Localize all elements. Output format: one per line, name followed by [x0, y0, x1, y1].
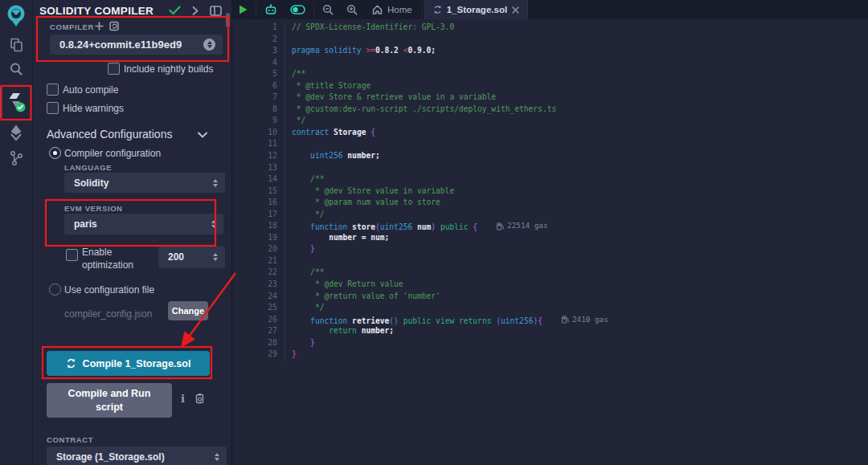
code-editor[interactable]: 1// SPDX-License-Identifier: GPL-3.023pr…	[232, 19, 868, 465]
evm-version-select[interactable]: paris	[64, 214, 223, 235]
tab-bar: Home 1_Storage.sol	[232, 0, 868, 19]
code-line[interactable]: 21	[232, 255, 868, 267]
code-text: /**	[285, 173, 868, 186]
code-text: pragma solidity >=0.8.2 <0.9.0;	[285, 45, 868, 57]
hide-warnings-checkbox[interactable]	[47, 102, 59, 114]
divider	[313, 2, 314, 17]
code-line[interactable]: 11	[232, 138, 868, 150]
info-icon[interactable]: i	[181, 393, 185, 405]
code-text: return number;	[285, 325, 868, 337]
code-line[interactable]: 5/**	[232, 68, 868, 80]
code-text: function store(uint256 num) public {2251…	[285, 220, 868, 232]
line-number: 24	[232, 291, 285, 303]
code-line[interactable]: 3pragma solidity >=0.8.2 <0.9.0;	[232, 45, 868, 57]
code-line[interactable]: 25 */	[232, 302, 868, 314]
optimization-runs-value: 200	[168, 251, 213, 263]
code-line[interactable]: 12 uint256 number;	[232, 150, 868, 162]
code-line[interactable]: 27 return number;	[232, 325, 868, 337]
line-number: 17	[232, 209, 285, 221]
code-line[interactable]: 17 */	[232, 209, 868, 221]
code-line[interactable]: 26 function retrieve() public view retur…	[232, 314, 868, 326]
line-number: 29	[232, 349, 285, 361]
code-line[interactable]: 16 * @param num value to store	[232, 197, 868, 209]
use-config-file-radio[interactable]	[49, 283, 61, 296]
auto-compile-checkbox[interactable]	[47, 84, 59, 96]
remix-ide-window: SOLIDITY COMPILER COMPILER 0.8.24+commit…	[0, 0, 868, 465]
code-line[interactable]: 14 /**	[232, 173, 868, 186]
panel-scrollbar[interactable]	[226, 13, 230, 27]
code-line[interactable]: 15 * @dev Store value in variable	[232, 186, 868, 198]
panel-layout-icon[interactable]	[210, 6, 222, 16]
zoom-out-button[interactable]	[316, 0, 340, 19]
code-text: }	[285, 337, 868, 349]
code-line[interactable]: 8 * @custom:dev-run-script ./scripts/dep…	[232, 104, 868, 116]
gas-estimate-badge: 2410 gas	[562, 314, 608, 326]
remix-logo-icon[interactable]	[0, 3, 32, 29]
code-line[interactable]: 1// SPDX-License-Identifier: GPL-3.0	[232, 22, 868, 34]
contract-section-label: CONTRACT	[47, 435, 93, 444]
run-script-button[interactable]	[232, 0, 254, 19]
code-text: */	[285, 302, 868, 314]
auto-compile-label: Auto compile	[63, 84, 118, 96]
hide-warnings-label: Hide warnings	[63, 103, 124, 114]
file-explorer-icon[interactable]	[0, 34, 32, 56]
search-icon[interactable]	[0, 59, 32, 80]
home-icon	[372, 5, 383, 14]
copy-icon[interactable]	[194, 393, 205, 404]
zoom-in-button[interactable]	[340, 0, 364, 19]
panel-header: SOLIDITY COMPILER	[33, 0, 231, 21]
chevron-right-icon[interactable]	[192, 6, 199, 15]
copilot-toggle[interactable]	[284, 0, 312, 19]
chevron-down-icon[interactable]	[198, 132, 207, 138]
deploy-run-icon[interactable]	[0, 122, 32, 143]
compile-and-run-button[interactable]: Compile and Run script	[47, 383, 172, 418]
line-number: 10	[232, 127, 285, 139]
code-text: contract Storage {	[285, 127, 868, 139]
code-text: * @custom:dev-run-script ./scripts/deplo…	[285, 104, 868, 116]
code-line[interactable]: 19 number = num;	[232, 232, 868, 244]
code-line[interactable]: 22 /**	[232, 267, 868, 279]
code-line[interactable]: 9 */	[232, 115, 868, 127]
ai-assistant-button[interactable]	[258, 0, 284, 19]
language-value: Solidity	[74, 177, 213, 189]
line-number: 7	[232, 92, 285, 104]
code-line[interactable]: 7 * @dev Store & retrieve value in a var…	[232, 92, 868, 104]
compiler-version-select[interactable]: 0.8.24+commit.e11b9ed9	[50, 35, 223, 55]
tab-storage-sol[interactable]: 1_Storage.sol	[424, 0, 528, 19]
reload-icon[interactable]	[109, 21, 120, 31]
enable-optimization-checkbox[interactable]	[66, 249, 78, 261]
code-line[interactable]: 28 }	[232, 337, 868, 349]
compile-button[interactable]: Compile 1_Storage.sol	[47, 351, 210, 376]
code-line[interactable]: 13	[232, 162, 868, 174]
code-line[interactable]: 10contract Storage {	[232, 127, 868, 139]
line-number: 3	[232, 45, 285, 57]
optimization-runs-input[interactable]: 200	[158, 246, 225, 268]
code-area: 1// SPDX-License-Identifier: GPL-3.023pr…	[232, 22, 868, 361]
change-config-button[interactable]: Change	[168, 301, 208, 320]
code-line[interactable]: 6 * @title Storage	[232, 80, 868, 92]
close-icon[interactable]	[512, 6, 519, 14]
code-line[interactable]: 2	[232, 34, 868, 46]
code-text: * @dev Return value	[285, 279, 868, 291]
sidebar-item-solidity-compiler[interactable]	[0, 85, 32, 119]
stepper-icon	[215, 453, 219, 461]
code-line[interactable]: 29}	[232, 349, 868, 361]
plus-icon[interactable]	[95, 22, 104, 31]
code-line[interactable]: 24 * @return value of 'number'	[232, 291, 868, 303]
contract-select[interactable]: Storage (1_Storage.sol)	[47, 447, 227, 465]
divider	[256, 2, 256, 17]
code-text: /**	[285, 68, 868, 80]
stepper-icon	[203, 39, 215, 51]
code-line[interactable]: 4	[232, 57, 868, 69]
advanced-configurations-title[interactable]: Advanced Configurations	[47, 128, 172, 141]
compiler-configuration-radio[interactable]	[49, 147, 61, 159]
include-nightly-label: Include nightly builds	[124, 63, 213, 75]
code-line[interactable]: 23 * @dev Return value	[232, 279, 868, 291]
tab-home[interactable]: Home	[364, 0, 420, 19]
include-nightly-checkbox[interactable]	[108, 63, 120, 75]
code-line[interactable]: 20 }	[232, 243, 868, 255]
code-line[interactable]: 18 function store(uint256 num) public {2…	[232, 220, 868, 232]
git-icon[interactable]	[0, 148, 32, 169]
language-select[interactable]: Solidity	[64, 173, 225, 193]
compiler-version-value: 0.8.24+commit.e11b9ed9	[59, 39, 203, 51]
